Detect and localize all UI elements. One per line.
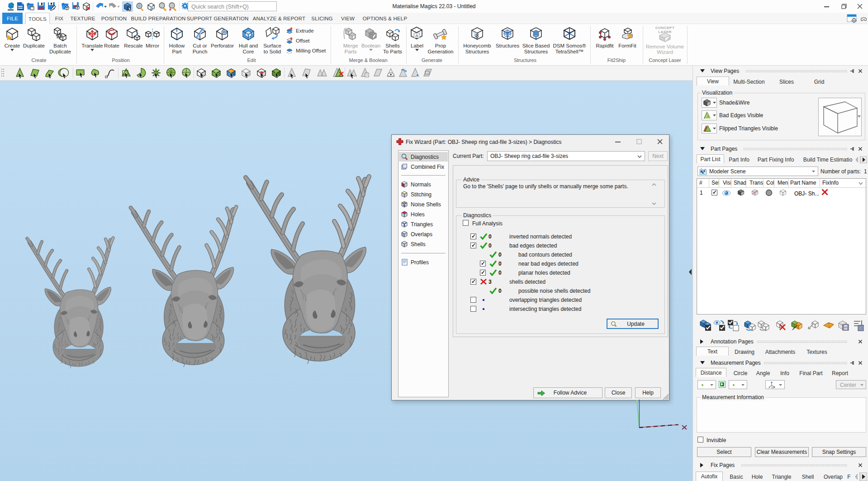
svg-text:xyz: xyz	[771, 386, 775, 389]
